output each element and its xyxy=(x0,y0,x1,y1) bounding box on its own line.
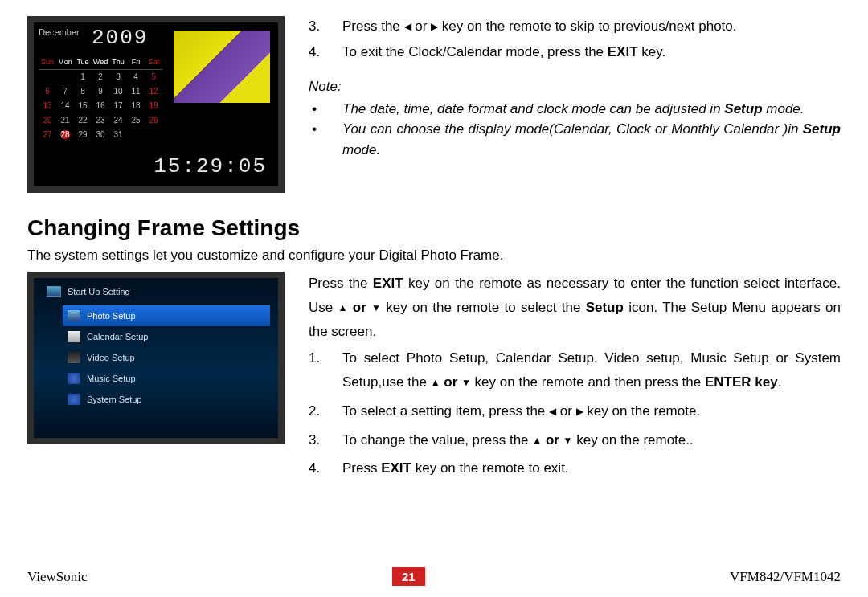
setup-item-system: System Setup xyxy=(63,389,270,410)
setup-item-music: Music Setup xyxy=(63,368,270,389)
photo-icon xyxy=(68,310,80,321)
setup-paragraph: Press the EXIT key on the remote as nece… xyxy=(309,272,841,343)
monitor-icon xyxy=(47,286,61,297)
setup-item-photo: Photo Setup xyxy=(63,305,270,326)
setup-header: Start Up Setting xyxy=(42,286,270,297)
bstep-2: 2.To select a setting item, press the ◀ … xyxy=(309,399,841,423)
footer-brand: ViewSonic xyxy=(27,569,88,585)
right-icon: ▶ xyxy=(431,19,438,34)
step-3: 3. Press the ◀ or ▶ key on the remote to… xyxy=(309,16,841,37)
calendar-year: 2009 xyxy=(92,26,148,50)
setup-item-video: Video Setup xyxy=(63,347,270,368)
calendar-time: 15:29:05 xyxy=(154,154,267,178)
calendar-grid: Sun MonTue WedThu FriSat 12345 678910111… xyxy=(39,55,162,141)
video-icon xyxy=(68,352,80,363)
down-icon: ▼ xyxy=(371,300,381,317)
bstep-4: 4.Press EXIT key on the remote to exit. xyxy=(309,456,841,480)
intro-text: The system settings let you customize an… xyxy=(27,247,841,264)
system-icon xyxy=(68,394,80,405)
step-4: 4. To exit the Clock/Calendar mode, pres… xyxy=(309,42,841,63)
setup-item-calendar: Calendar Setup xyxy=(63,326,270,347)
bstep-1: 1.To select Photo Setup, Calendar Setup,… xyxy=(309,346,841,395)
music-icon xyxy=(68,373,80,384)
footer-model: VFM842/VFM1042 xyxy=(730,569,841,585)
bstep-3: 3.To change the value, press the ▲ or ▼ … xyxy=(309,428,841,452)
section-title: Changing Frame Settings xyxy=(27,215,841,241)
calendar-screenshot: December 2009 Sun MonTue WedThu FriSat 1… xyxy=(27,16,285,193)
setup-screenshot: Start Up Setting Photo Setup Calendar Se… xyxy=(27,272,285,444)
calendar-month: December xyxy=(39,27,80,37)
note-block: Note: •The date, time, date format and c… xyxy=(309,76,841,160)
up-icon: ▲ xyxy=(338,300,348,317)
calendar-photo-thumb xyxy=(174,31,270,103)
left-icon: ◀ xyxy=(404,19,411,34)
page-number: 21 xyxy=(392,567,425,586)
calendar-icon xyxy=(68,331,80,342)
